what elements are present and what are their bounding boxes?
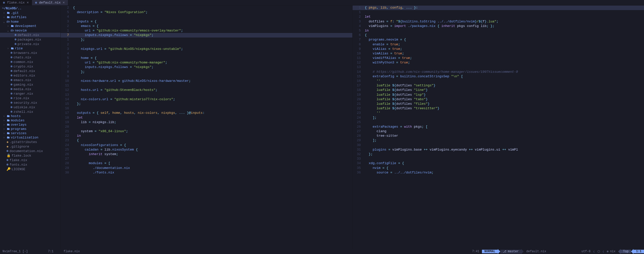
code-line[interactable]: 20 [61,125,352,129]
tree-item[interactable]: ❄browsers.nix [0,51,60,55]
tree-item[interactable]: ❄udiskie.nix [0,105,60,110]
code-line[interactable]: 14 # https://github.com/nix-community/ho… [353,70,644,74]
code-line[interactable]: 29 ./documentation.nix [61,166,352,170]
code-line[interactable]: 11 vimdiffAlias = true; [353,56,644,60]
code-line[interactable]: 22 in [61,134,352,138]
code-line[interactable]: 9 viAlias = true; [353,47,644,51]
code-line[interactable]: 3 inputs = { [61,19,352,24]
code-line[interactable]: 1 [353,10,644,15]
tree-item[interactable]: ⌄🗁neovim [0,28,60,33]
code-line[interactable]: 17 luafile ${dotfiles "settings"} [353,83,644,88]
code-line[interactable]: 7 inputs.nixpkgs.follows = "nixpkgs"; [61,65,352,69]
code-line[interactable]: 33 [353,157,644,161]
tree-item[interactable]: ❄private.nix [0,42,60,46]
code-line[interactable]: 25 [353,120,644,125]
tree-item[interactable]: ›🖿overlays [0,123,60,127]
code-line[interactable]: 25 caladan = lib.nixosSystem { [61,148,352,152]
tree-item[interactable]: ›🖿modules [0,118,60,123]
tree-item[interactable]: ◈.gitignore [0,144,60,149]
tree-item[interactable]: ❄gaming.nix [0,82,60,87]
code-line[interactable]: 29 ]; [353,138,644,143]
code-line[interactable]: 31 plugins = vimPlugins.base ++ vimPlugi… [353,148,644,152]
code-line[interactable]: 7 programs.neovim = { [353,38,644,42]
code-line[interactable]: 2let [353,15,644,19]
code-line[interactable]: 10 vimAlias = true; [353,51,644,56]
tree-item[interactable]: ❄editors.nix [0,73,60,78]
code-line[interactable]: 13 [353,65,644,69]
tree-item[interactable]: ❄packages.nix [0,37,60,42]
code-line[interactable]: 19 lib = nixpkgs.lib; [61,120,352,125]
tree-item[interactable]: 🔑LICENSE [0,167,60,171]
code-line[interactable]: 12 withPython3 = true; [353,60,644,65]
tree-item[interactable]: ❄common.nix [0,60,60,64]
tree-item[interactable]: ❄zshell.nix [0,110,60,114]
code-line[interactable]: 27 [61,157,352,161]
code-line[interactable]: 32 }; [353,152,644,157]
tree-item[interactable]: ›🖿development [0,24,60,28]
code-line[interactable]: 11 [61,83,352,88]
code-line[interactable]: 30 [353,143,644,148]
tree-item[interactable]: ›🖿rice [0,46,60,51]
code-line[interactable]: 30 ./fonts.nix [61,170,352,175]
code-line[interactable]: 23 '' [353,111,644,115]
tree-item[interactable]: ›🖿.git [0,11,60,15]
tree-item[interactable]: 🔒flake.lock [0,153,60,158]
code-line[interactable]: 8 }; [61,70,352,74]
code-line[interactable]: 6{ [353,33,644,38]
tree-item[interactable]: ❄default.nix [0,33,60,37]
code-line[interactable]: 28 modules = [ [61,161,352,166]
tree-item[interactable]: ❄documentation.nix [0,149,60,153]
code-line[interactable]: 23 { [61,138,352,143]
tree-item[interactable]: ❄security.nix [0,100,60,105]
code-line[interactable]: 24 nixosConfigurations = { [61,143,352,148]
tree-item[interactable]: ❄media.nix [0,87,60,91]
close-icon[interactable]: × [27,1,29,5]
code-line[interactable]: 12 hosts.url = "github:StevenBlack/hosts… [61,88,352,92]
tree-item[interactable]: ❄fonts.nix [0,162,60,167]
file-tree-sidebar[interactable]: ~/NixOS/.. ›🖿.git›🖿dotfiles⌄🗁home›🖿devel… [0,6,60,249]
tree-item[interactable]: ⌄🗁home [0,19,60,24]
code-line[interactable]: 24 ]; [353,116,644,120]
code-line[interactable]: 15 extraConfig = builtins.concatStringsS… [353,74,644,79]
editor-pane-right[interactable]: 1{ pkgs, lib, config, ... }:12let3 dotfi… [352,6,644,249]
code-line[interactable]: 17 outputs = { self, home, hosts, nix-co… [61,111,352,115]
tree-item[interactable]: ›🖿services [0,131,60,135]
code-line[interactable]: 18 let [61,116,352,120]
tab[interactable]: ❄flake.nix× [0,0,32,5]
code-line[interactable]: 8 enable = true; [353,42,644,47]
code-line[interactable]: 16 [61,106,352,111]
code-line[interactable]: 21 system = "x86_64-linux"; [61,129,352,134]
code-line[interactable]: 1 }; [61,38,352,42]
tree-item[interactable]: ›🖿virtualisation [0,135,60,140]
tab[interactable]: ❄default.nix× [32,0,68,5]
code-line[interactable]: 4 vimPlugins = import ./packages.nix { i… [353,24,644,28]
code-line[interactable]: 22 luafile ${dotfiles "treesitter"} [353,106,644,111]
code-line[interactable]: 19 luafile ${dotfiles "lsp"} [353,93,644,97]
code-line[interactable]: 2 emacs = { [61,24,352,28]
code-line[interactable]: 26 inherit system; [61,152,352,157]
tree-item[interactable]: ›🖿hosts [0,114,60,118]
code-line[interactable]: 2 [61,42,352,47]
code-line[interactable]: 27 clang [353,129,644,134]
code-line[interactable]: 15 }; [61,102,352,106]
tree-item[interactable]: ❄crypto.nix [0,64,60,69]
code-line[interactable]: 2{ [61,6,352,10]
code-line[interactable]: 18 luafile ${dotfiles "line"} [353,88,644,92]
code-line[interactable]: 34 xdg.configFile = { [353,161,644,166]
tree-item[interactable]: ❄emacs.nix [0,78,60,82]
tree-item[interactable]: ❄flake.nix [0,158,60,162]
tree-item[interactable]: ❄chats.nix [0,55,60,60]
close-icon[interactable]: × [63,1,65,5]
code-line[interactable]: 4 [61,15,352,19]
code-line[interactable]: 14 nix-colors.url = "github:misterio77/n… [61,97,352,102]
code-line[interactable]: 28 tree-sitter [353,134,644,138]
tree-item[interactable]: ›🖿dotfiles [0,15,60,19]
tree-item[interactable]: ◈.gitattributes [0,140,60,144]
tree-item[interactable]: ❄ranger.nix [0,91,60,96]
code-line[interactable]: 35 nvim = { [353,166,644,170]
code-line[interactable]: 16 '' [353,79,644,83]
code-line[interactable]: 10 nixos-hardware.url = github:NixOS/nix… [61,79,352,83]
code-line[interactable]: 5 home = { [61,56,352,60]
editor-pane-left[interactable]: 2{5 description = "Nixos Configuration";… [60,6,352,249]
code-line[interactable]: 20 luafile ${dotfiles "tabs"} [353,97,644,102]
